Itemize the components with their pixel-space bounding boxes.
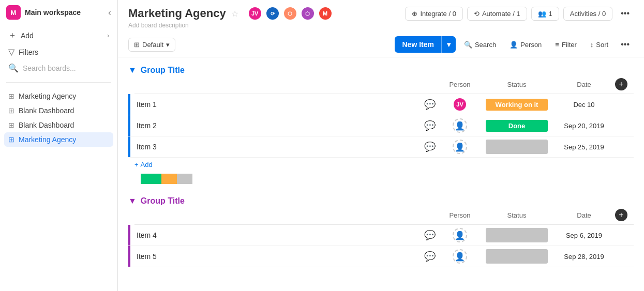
filter-label: Filter — [562, 41, 577, 49]
board-description[interactable]: Add board description — [118, 21, 644, 32]
avatar-connect: ⟳ — [265, 6, 280, 21]
board-item-label: Marketing Agency — [19, 92, 76, 100]
item-person[interactable]: 👤 — [439, 249, 481, 264]
col-header-add: + — [615, 78, 634, 90]
automate-label: Automate / 1 — [482, 10, 520, 18]
new-item-button[interactable]: New Item ▾ — [395, 36, 455, 53]
toolbar-right: New Item ▾ 🔍 Search 👤 Person ≡ Filter ↕ … — [395, 36, 634, 53]
row-stripe — [128, 136, 130, 157]
integrate-icon: ⊕ — [412, 10, 417, 18]
comment-icon[interactable]: 💬 — [421, 120, 439, 131]
summary-seg-orange — [161, 174, 177, 184]
board-content: ▼ Group Title Person Status Date + Item … — [118, 57, 644, 291]
search-icon: 🔍 — [464, 41, 472, 49]
toolbar-more-button[interactable]: ••• — [617, 37, 634, 52]
add-button[interactable]: ＋ Add › — [4, 27, 113, 44]
avatar-jv: JV — [248, 6, 262, 21]
toolbar: ⊞ Default ▾ New Item ▾ 🔍 Search 👤 Person… — [118, 32, 644, 57]
item-person[interactable]: 👤 — [439, 228, 481, 242]
group-1: ▼ Group Title Person Status Date + Item … — [128, 66, 634, 184]
person-empty-icon: 👤 — [453, 249, 467, 264]
search-boards-button[interactable]: 🔍 Search boards... — [4, 60, 113, 76]
filter-icon: ▽ — [8, 47, 14, 57]
comment-icon[interactable]: 💬 — [421, 229, 439, 241]
item-name[interactable]: Item 2 — [134, 117, 421, 134]
group-1-collapse-button[interactable]: ▼ — [128, 66, 137, 75]
person-empty-icon: 👤 — [453, 228, 467, 242]
item-name[interactable]: Item 1 — [134, 96, 421, 113]
item-person[interactable]: JV — [439, 97, 481, 112]
comment-icon[interactable]: 💬 — [421, 99, 439, 110]
board-item-label: Blank Dashboard — [19, 121, 74, 129]
avatar-group: JV ⟳ ⬡ ⬡ M — [248, 6, 333, 21]
col-header-date: Date — [553, 211, 615, 219]
sidebar-item-blank-dashboard-1[interactable]: ⊞ Blank Dashboard — [4, 103, 113, 118]
filter-button[interactable]: ≡ Filter — [550, 38, 581, 51]
group-2: ▼ Group Title Person Status Date + Item … — [128, 196, 634, 267]
automate-icon: ⟲ — [474, 10, 480, 18]
row-stripe-purple — [128, 225, 130, 246]
table-row: Item 5 💬 👤 Sep 28, 2019 — [128, 246, 634, 267]
item-person[interactable]: 👤 — [439, 140, 481, 154]
search-button[interactable]: 🔍 Search — [459, 38, 501, 51]
group-2-title[interactable]: Group Title — [141, 196, 185, 206]
group-2-collapse-button[interactable]: ▼ — [128, 196, 137, 206]
item-status[interactable] — [481, 140, 553, 154]
summary-seg-green — [141, 174, 161, 184]
invite-button[interactable]: 👥 1 — [531, 7, 559, 21]
sidebar-item-marketing-agency-1[interactable]: ⊞ Marketing Agency — [4, 89, 113, 103]
activities-label: Activities / 0 — [570, 10, 606, 18]
avatar-hex2: ⬡ — [301, 6, 315, 21]
comment-icon[interactable]: 💬 — [421, 251, 439, 262]
table-row: Item 3 💬 👤 Sep 25, 2019 — [128, 136, 634, 158]
item-name[interactable]: Item 5 — [134, 248, 421, 265]
integrate-button[interactable]: ⊕ Integrate / 0 — [405, 7, 462, 21]
sidebar-divider — [6, 82, 111, 83]
new-item-arrow-icon[interactable]: ▾ — [442, 37, 456, 52]
status-badge-empty — [486, 140, 548, 154]
table-row: Item 4 💬 👤 Sep 6, 2019 — [128, 225, 634, 246]
item-status[interactable] — [481, 228, 553, 242]
board-item-label: Marketing Agency — [19, 135, 76, 144]
chevron-right-icon: › — [107, 32, 109, 39]
sort-button[interactable]: ↕ Sort — [585, 38, 613, 51]
toolbar-left: ⊞ Default ▾ — [128, 38, 175, 52]
item-name[interactable]: Item 3 — [134, 139, 421, 155]
person-button[interactable]: 👤 Person — [504, 38, 547, 51]
summary-bar — [141, 174, 634, 184]
sidebar-item-blank-dashboard-2[interactable]: ⊞ Blank Dashboard — [4, 118, 113, 132]
status-badge-empty — [486, 249, 548, 264]
comment-icon[interactable]: 💬 — [421, 141, 439, 152]
item-person[interactable]: 👤 — [439, 118, 481, 133]
view-label: Default — [142, 41, 163, 49]
more-options-button[interactable]: ••• — [617, 6, 634, 21]
row-stripe-purple — [128, 246, 130, 267]
add-column-button[interactable]: + — [615, 78, 627, 90]
item-status[interactable]: Done — [481, 120, 553, 132]
star-icon[interactable]: ☆ — [231, 9, 238, 19]
sidebar-header: M Main workspace ‹ — [0, 0, 117, 25]
item-status[interactable]: Working on it — [481, 99, 553, 111]
board-icon: ⊞ — [8, 135, 14, 144]
topbar-actions: ⊕ Integrate / 0 ⟲ Automate / 1 👥 1 Activ… — [405, 6, 634, 21]
item-status[interactable] — [481, 249, 553, 264]
view-selector-button[interactable]: ⊞ Default ▾ — [128, 38, 175, 52]
group-1-title[interactable]: Group Title — [141, 66, 185, 75]
add-label: Add — [21, 32, 34, 40]
search-label: Search — [475, 41, 496, 49]
filters-button[interactable]: ▽ Filters — [4, 44, 113, 60]
table-row: Item 1 💬 JV Working on it Dec 10 — [128, 94, 634, 115]
invite-icon: 👥 — [538, 10, 546, 18]
collapse-sidebar-button[interactable]: ‹ — [108, 7, 111, 18]
sidebar-item-marketing-agency-2[interactable]: ⊞ Marketing Agency — [4, 132, 113, 147]
item-date: Sep 25, 2019 — [553, 143, 615, 151]
activities-button[interactable]: Activities / 0 — [563, 7, 612, 21]
invite-label: 1 — [549, 10, 552, 18]
group-2-header: ▼ Group Title — [128, 196, 634, 206]
add-row-button[interactable]: + Add — [128, 158, 634, 172]
col-header-status: Status — [481, 81, 553, 88]
add-column-button-2[interactable]: + — [615, 209, 627, 221]
item-name[interactable]: Item 4 — [134, 227, 421, 243]
automate-button[interactable]: ⟲ Automate / 1 — [467, 7, 527, 21]
sidebar-boards: ⊞ Marketing Agency ⊞ Blank Dashboard ⊞ B… — [0, 87, 117, 291]
